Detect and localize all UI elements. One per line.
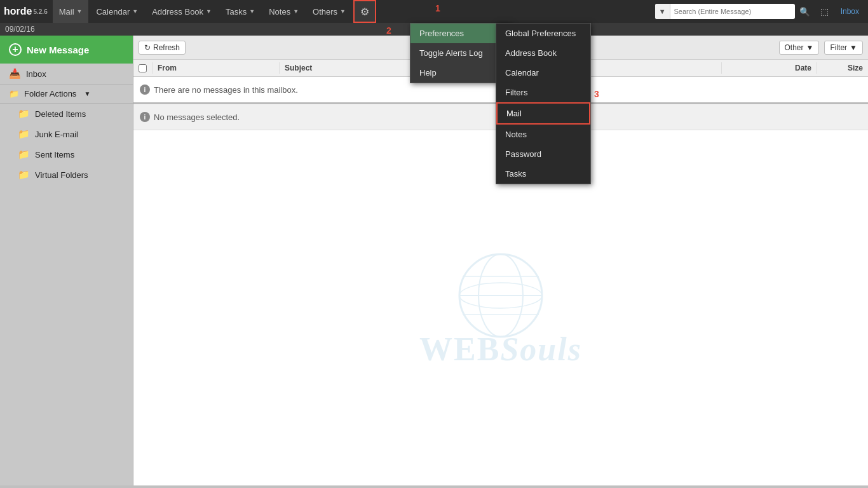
help-label: Help bbox=[419, 68, 437, 78]
watermark-text: WEBSouls bbox=[419, 330, 582, 368]
deleted-folder-icon: 📁 bbox=[18, 108, 30, 119]
nav-others[interactable]: Others ▼ bbox=[306, 0, 352, 23]
current-date: 09/02/16 bbox=[5, 25, 35, 34]
sidebar-item-junk[interactable]: 📁 Junk E-mail bbox=[9, 124, 133, 144]
search-container: ▼ bbox=[655, 4, 795, 19]
nav-mail[interactable]: Mail ▼ bbox=[53, 0, 89, 23]
inbox-label: Inbox bbox=[26, 69, 46, 79]
other-caret-icon: ▼ bbox=[806, 43, 814, 52]
size-column-header[interactable]: Size bbox=[817, 62, 868, 74]
logo-name: horde bbox=[4, 6, 32, 17]
deleted-label: Deleted Items bbox=[35, 109, 86, 119]
refresh-icon: ↻ bbox=[144, 43, 151, 52]
pref-filters[interactable]: Filters bbox=[496, 83, 590, 102]
nav-notes[interactable]: Notes ▼ bbox=[262, 0, 305, 23]
preferences-submenu: Global Preferences Address Book Calendar… bbox=[496, 23, 591, 184]
pref-password[interactable]: Password bbox=[496, 144, 590, 164]
new-message-label: New Message bbox=[27, 44, 89, 55]
junk-label: Junk E-mail bbox=[35, 130, 78, 139]
folder-actions-label: Folder Actions bbox=[24, 89, 76, 98]
filter-caret-icon: ▼ bbox=[850, 43, 857, 52]
addressbook-caret-icon: ▼ bbox=[206, 8, 212, 15]
pref-mail[interactable]: Mail bbox=[496, 102, 590, 125]
notes-caret-icon: ▼ bbox=[293, 8, 299, 15]
sidebar: + New Message 📥 Inbox 📁 Folder Actions ▼… bbox=[0, 36, 133, 485]
virtual-folder-icon: 📁 bbox=[18, 169, 30, 180]
sent-label: Sent Items bbox=[35, 150, 74, 159]
filter-dropdown-button[interactable]: Filter ▼ bbox=[824, 41, 863, 55]
refresh-button[interactable]: ↻ Refresh bbox=[139, 41, 186, 55]
inbox-link[interactable]: Inbox bbox=[836, 7, 864, 16]
sidebar-item-virtual[interactable]: 📁 Virtual Folders bbox=[9, 165, 133, 185]
folder-actions-caret-icon: ▼ bbox=[84, 90, 90, 97]
pref-notes[interactable]: Notes bbox=[496, 125, 590, 144]
junk-folder-icon: 📁 bbox=[18, 128, 30, 140]
from-column-header[interactable]: From bbox=[153, 62, 280, 74]
logout-button[interactable]: ⬚ bbox=[815, 2, 834, 21]
pref-addressbook[interactable]: Address Book bbox=[496, 43, 590, 63]
checkbox-column-header bbox=[133, 62, 153, 74]
preferences-label: Preferences bbox=[419, 29, 464, 38]
svg-point-1 bbox=[478, 254, 523, 337]
other-label: Other bbox=[785, 43, 804, 52]
pref-tasks[interactable]: Tasks bbox=[496, 164, 590, 184]
watermark: WEBSouls bbox=[419, 248, 582, 368]
other-dropdown-button[interactable]: Other ▼ bbox=[779, 41, 820, 55]
search-type-dropdown[interactable]: ▼ bbox=[655, 4, 670, 19]
folder-actions-dropdown[interactable]: 📁 Folder Actions ▼ bbox=[0, 84, 133, 104]
no-selected-label: No messages selected. bbox=[154, 112, 240, 122]
pref-global[interactable]: Global Preferences bbox=[496, 24, 590, 43]
topbar: horde5.2.6 Mail ▼ Calendar ▼ Address Boo… bbox=[0, 0, 868, 23]
app-logo[interactable]: horde5.2.6 bbox=[4, 6, 48, 17]
sidebar-item-sent[interactable]: 📁 Sent Items bbox=[9, 144, 133, 165]
inbox-icon: 📥 bbox=[9, 68, 21, 79]
svg-point-0 bbox=[459, 254, 542, 337]
filter-label: Filter bbox=[830, 43, 847, 52]
pref-calendar[interactable]: Calendar bbox=[496, 63, 590, 83]
folder-list: 📁 Deleted Items 📁 Junk E-mail 📁 Sent Ite… bbox=[0, 104, 133, 185]
new-message-icon: + bbox=[9, 43, 22, 56]
new-message-button[interactable]: + New Message bbox=[0, 36, 133, 64]
toggle-alerts-label: Toggle Alerts Log bbox=[419, 48, 483, 58]
info-icon: i bbox=[140, 85, 150, 95]
nav-calendar[interactable]: Calendar ▼ bbox=[90, 0, 144, 23]
empty-label: There are no messages in this mailbox. bbox=[154, 85, 298, 95]
sidebar-item-deleted[interactable]: 📁 Deleted Items bbox=[9, 104, 133, 124]
search-input[interactable] bbox=[670, 8, 795, 15]
preview-info-icon: i bbox=[140, 112, 150, 122]
mail-caret-icon: ▼ bbox=[77, 8, 83, 15]
sent-folder-icon: 📁 bbox=[18, 149, 30, 160]
svg-point-5 bbox=[459, 283, 542, 308]
sidebar-item-inbox[interactable]: 📥 Inbox bbox=[0, 64, 133, 84]
others-caret-icon: ▼ bbox=[340, 8, 346, 15]
logo-version: 5.2.6 bbox=[33, 8, 47, 15]
search-button[interactable]: 🔍 bbox=[796, 4, 814, 19]
calendar-caret-icon: ▼ bbox=[132, 8, 138, 15]
watermark-globe-svg bbox=[437, 248, 564, 343]
nav-tasks[interactable]: Tasks ▼ bbox=[219, 0, 261, 23]
date-column-header[interactable]: Date bbox=[722, 62, 817, 74]
virtual-label: Virtual Folders bbox=[35, 170, 88, 180]
refresh-label: Refresh bbox=[153, 43, 180, 52]
folder-actions-icon: 📁 bbox=[9, 89, 19, 98]
select-all-checkbox[interactable] bbox=[139, 64, 147, 72]
gear-settings-button[interactable]: ⚙ bbox=[353, 0, 376, 23]
tasks-caret-icon: ▼ bbox=[249, 8, 255, 15]
main-layout: + New Message 📥 Inbox 📁 Folder Actions ▼… bbox=[0, 36, 868, 485]
nav-address-book[interactable]: Address Book ▼ bbox=[146, 0, 218, 23]
